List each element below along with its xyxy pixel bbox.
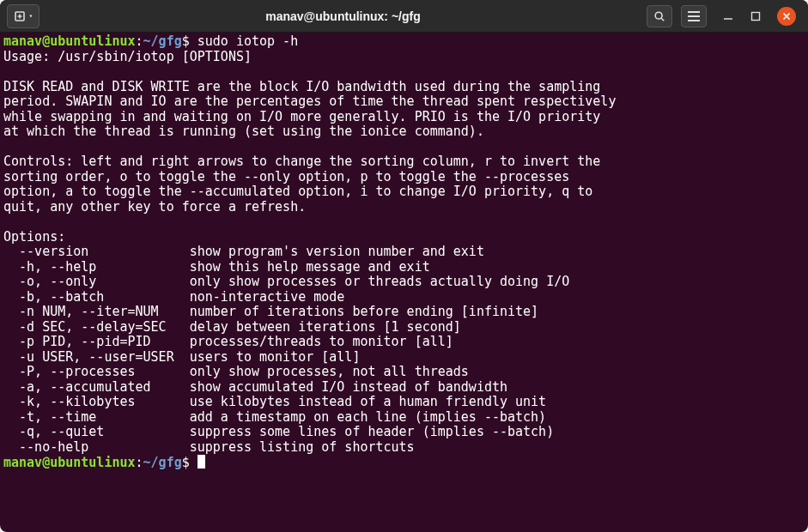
maximize-icon (750, 11, 761, 21)
window-title: manav@ubuntulinux: ~/gfg (46, 9, 640, 23)
prompt-symbol: $ (182, 33, 190, 49)
output-line: -b, --batch non-interactive mode (3, 289, 344, 305)
hamburger-icon (688, 11, 700, 21)
output-line: -h, --help show this help message and ex… (3, 259, 430, 275)
maximize-button[interactable] (750, 10, 762, 22)
output-line: -n NUM, --iter=NUM number of iterations … (3, 304, 538, 319)
output-line: -q, --quiet suppress some lines of heade… (3, 424, 554, 439)
close-icon (782, 12, 791, 21)
output-line: -t, --time add a timestamp on each line … (3, 409, 546, 425)
output-line: -o, --only only show processes or thread… (3, 274, 569, 289)
close-button[interactable] (777, 7, 796, 26)
prompt-symbol: $ (182, 455, 190, 470)
prompt-path: ~/gfg (143, 33, 182, 49)
command-text: sudo iotop -h (197, 33, 298, 49)
output-line: sorting order, o to toggle the --only op… (3, 169, 569, 184)
svg-rect-6 (752, 12, 760, 20)
prompt-separator: : (136, 33, 143, 49)
titlebar-right-controls (647, 5, 801, 27)
prompt-separator: : (136, 455, 143, 470)
minimize-button[interactable] (722, 10, 734, 22)
output-line: -P, --processes only show processes, not… (3, 364, 469, 379)
output-line: Usage: /usr/sbin/iotop [OPTIONS] (3, 49, 252, 64)
output-line: while swapping in and waiting on I/O mor… (3, 109, 600, 124)
output-line: period. SWAPIN and IO are the percentage… (3, 94, 616, 109)
chevron-down-icon: ▾ (29, 12, 33, 20)
menu-button[interactable] (681, 5, 707, 27)
output-line: -a, --accumulated show accumulated I/O i… (3, 379, 507, 395)
output-line: quit, any other key to force a refresh. (3, 199, 306, 215)
titlebar: ▾ manav@ubuntulinux: ~/gfg (0, 0, 808, 33)
svg-line-4 (661, 18, 664, 21)
output-line: DISK READ and DISK WRITE are the block I… (3, 79, 600, 94)
terminal-content: manav@ubuntulinux:~/gfg$ sudo iotop -h U… (3, 34, 805, 471)
output-line: -u USER, --user=USER users to monitor [a… (3, 349, 360, 365)
prompt-user: manav@ubuntulinux (3, 455, 136, 470)
output-line: -k, --kilobytes use kilobytes instead of… (3, 394, 546, 409)
new-tab-icon (14, 9, 27, 23)
prompt-path: ~/gfg (143, 455, 182, 470)
terminal-window: ▾ manav@ubuntulinux: ~/gfg (0, 0, 808, 532)
output-line: --version show program's version number … (3, 244, 484, 259)
search-button[interactable] (647, 5, 672, 27)
output-line: at which the thread is running (set usin… (3, 124, 484, 139)
new-tab-button[interactable]: ▾ (7, 4, 39, 28)
output-line: option, a to toggle the --accumulated op… (3, 184, 592, 199)
minimize-icon (723, 11, 733, 21)
output-line: -d SEC, --delay=SEC delay between iterat… (3, 319, 461, 335)
output-line: Controls: left and right arrows to chang… (3, 154, 600, 169)
terminal-viewport[interactable]: manav@ubuntulinux:~/gfg$ sudo iotop -h U… (0, 33, 808, 532)
titlebar-left-controls: ▾ (7, 4, 39, 28)
search-icon (653, 10, 665, 22)
prompt-user: manav@ubuntulinux (3, 33, 136, 49)
output-line: Options: (3, 229, 65, 245)
text-cursor (197, 455, 205, 469)
output-line: -p PID, --pid=PID processes/threads to m… (3, 334, 453, 349)
window-controls (722, 7, 796, 26)
output-line: --no-help suppress listing of shortcuts (3, 439, 415, 455)
svg-point-3 (655, 12, 662, 19)
